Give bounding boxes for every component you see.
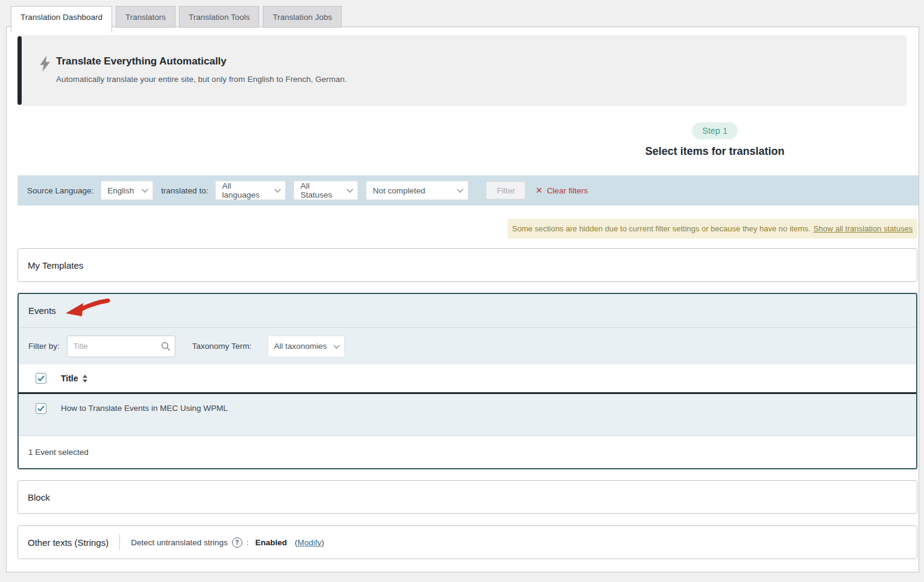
target-language-select[interactable]: All languages (215, 181, 286, 200)
tab-translation-tools[interactable]: Translation Tools (179, 6, 259, 28)
title-column-header[interactable]: Title (61, 374, 87, 383)
my-templates-title: My Templates (28, 260, 83, 271)
other-texts-title: Other texts (Strings) (28, 537, 108, 548)
row-title: How to Translate Events in MEC Using WPM… (61, 404, 228, 413)
checkbox-checked-icon (37, 375, 45, 381)
banner-accent-bar (17, 36, 22, 105)
events-title: Events (28, 305, 56, 316)
target-language-value: All languages (222, 181, 269, 199)
tab-translation-jobs[interactable]: Translation Jobs (263, 6, 342, 28)
completion-select[interactable]: Not completed (366, 181, 468, 200)
sort-icon (83, 375, 87, 383)
nav-tabs: Translation Dashboard Translators Transl… (11, 6, 342, 33)
clear-filters-label: Clear filters (547, 186, 588, 195)
selected-count-label: 1 Event selected (28, 448, 89, 457)
status-value: All Statuses (300, 181, 342, 199)
banner-subtitle: Automatically translate your entire site… (56, 75, 347, 84)
filter-button[interactable]: Filter (486, 181, 526, 199)
events-header[interactable]: Events (19, 294, 916, 328)
title-filter-wrap (67, 336, 175, 357)
select-all-checkbox[interactable] (36, 373, 46, 384)
other-texts-section: Other texts (Strings) Detect untranslate… (17, 525, 917, 559)
step-badge: Step 1 (692, 122, 738, 139)
modify-link-wrap: (Modify) (295, 538, 324, 547)
hidden-sections-notice: Some sections are hidden due to current … (508, 219, 917, 239)
translated-to-label: translated to: (161, 186, 208, 195)
chevron-down-icon (274, 186, 281, 193)
detect-strings-setting: Detect untranslated strings ? : Enabled … (131, 537, 324, 548)
chevron-down-icon (142, 186, 148, 193)
chevron-down-icon (333, 342, 339, 348)
tab-translation-dashboard[interactable]: Translation Dashboard (11, 6, 112, 33)
table-row[interactable]: How to Translate Events in MEC Using WPM… (19, 394, 916, 436)
source-language-value: English (107, 186, 134, 195)
red-arrow-annotation (63, 298, 110, 319)
lightning-bolt-icon (39, 55, 51, 74)
source-language-select[interactable]: English (101, 181, 153, 200)
title-filter-input[interactable] (67, 336, 175, 357)
detect-strings-label: Detect untranslated strings (131, 538, 228, 547)
chevron-down-icon (347, 186, 353, 193)
tab-translators[interactable]: Translators (116, 6, 175, 28)
events-table-header: Title (19, 365, 916, 392)
detect-strings-status: Enabled (256, 538, 288, 547)
dashboard-container: Translate Everything Automatically Autom… (6, 27, 919, 572)
block-title: Block (28, 492, 50, 502)
status-select[interactable]: All Statuses (294, 181, 358, 200)
translation-filter-bar: Source Language: English translated to: … (17, 175, 919, 205)
chevron-down-icon (457, 186, 464, 193)
translate-everything-banner: Translate Everything Automatically Autom… (17, 35, 907, 106)
taxonomy-value: All taxonomies (274, 342, 327, 351)
completion-value: Not completed (372, 186, 425, 195)
modify-link[interactable]: Modify (298, 538, 322, 547)
show-all-statuses-link[interactable]: Show all translation statuses (814, 224, 913, 233)
colon-separator: : (247, 538, 249, 547)
my-templates-section[interactable]: My Templates (17, 248, 917, 282)
banner-title: Translate Everything Automatically (56, 55, 227, 67)
checkbox-checked-icon (37, 405, 45, 411)
title-column-label: Title (61, 374, 78, 383)
step-heading: Select items for translation (633, 145, 796, 158)
step-area: Step 1 Select items for translation (633, 122, 796, 158)
events-filter-row: Filter by: Taxonomy Term: All taxonomies (19, 328, 916, 365)
clear-filters-link[interactable]: ✕ Clear filters (535, 186, 588, 195)
close-icon: ✕ (535, 186, 542, 195)
filter-by-label: Filter by: (28, 342, 60, 351)
vertical-divider (119, 534, 120, 550)
help-circle-icon[interactable]: ? (232, 537, 242, 548)
events-footer: 1 Event selected (19, 436, 916, 468)
notice-text: Some sections are hidden due to current … (512, 224, 811, 233)
events-section: Events Filter by: Taxonomy Term: All tax… (17, 293, 917, 469)
source-language-label: Source Language: (27, 186, 93, 195)
taxonomy-select[interactable]: All taxonomies (268, 336, 345, 357)
paren-close: ) (321, 538, 324, 547)
row-checkbox[interactable] (36, 403, 46, 414)
taxonomy-term-label: Taxonomy Term: (192, 342, 252, 351)
block-section[interactable]: Block (17, 480, 917, 514)
search-icon (161, 342, 171, 353)
